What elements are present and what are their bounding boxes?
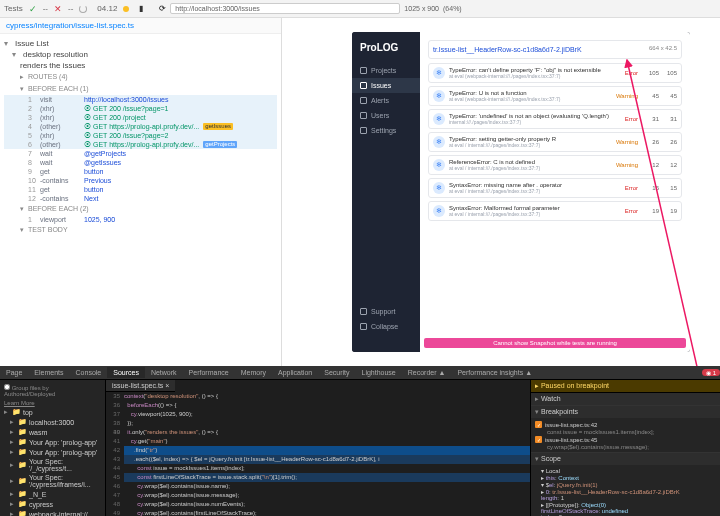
cmd-name[interactable]: wait xyxy=(40,159,80,166)
devtools-tab-security[interactable]: Security xyxy=(318,367,355,378)
issue-row[interactable]: ❄SyntaxError: Malformed formal parameter… xyxy=(428,201,682,221)
nav-settings[interactable]: Settings xyxy=(352,123,420,138)
file-tree-item[interactable]: 📁 webpack-internal:// xyxy=(2,509,103,516)
devtools-tab-elements[interactable]: Elements xyxy=(28,367,69,378)
test-name[interactable]: renders the issues xyxy=(20,61,85,70)
nav-alerts[interactable]: Alerts xyxy=(352,93,420,108)
nav-users[interactable]: Users xyxy=(352,108,420,123)
cmd-value: ⦿ GET https://prolog-api.profy.dev/... xyxy=(84,141,199,148)
cmd-name[interactable]: viewport xyxy=(40,216,80,223)
code-line[interactable]: 48 cy.wrap($el).contains(issue.numEvents… xyxy=(124,500,530,509)
cmd-name[interactable]: -contains xyxy=(40,177,80,184)
file-tree-item[interactable]: 📁 top xyxy=(2,407,103,417)
source-file-tab[interactable]: issue-list.spec.ts × xyxy=(106,380,175,392)
breakpoint-item[interactable]: ✓issue-list.spec.ts:45 xyxy=(535,435,716,444)
nav-collapse[interactable]: Collapse xyxy=(352,319,420,334)
code-line[interactable]: 43 .each(($el, index) => { $el = jQuery.… xyxy=(124,455,530,464)
learn-more-link[interactable]: Learn More xyxy=(2,399,103,407)
command-log: ▾Issue List ▾desktop resolution renders … xyxy=(0,34,281,366)
devtools-tab-network[interactable]: Network xyxy=(145,367,183,378)
issue-icon: ❄ xyxy=(433,136,445,148)
scope-line[interactable]: ▾ Local xyxy=(535,467,716,474)
scope-section[interactable]: Scope xyxy=(531,453,720,465)
devtools-tab-page[interactable]: Page xyxy=(0,367,28,378)
file-tree-item[interactable]: 📁 Your Spec: '/cypress/iframes/i... xyxy=(2,473,103,489)
cmd-name[interactable]: (other) xyxy=(40,141,80,148)
cmd-value: ⦿ GET 200 /issue?page=1 xyxy=(84,105,169,112)
user-count: 45 xyxy=(663,93,677,99)
code-line[interactable]: 47 cy.wrap($el).contains(issue.message); xyxy=(124,491,530,500)
suite-name[interactable]: Issue List xyxy=(15,39,49,48)
before-each-2[interactable]: BEFORE EACH (2) xyxy=(28,205,89,212)
bp-checkbox[interactable]: ✓ xyxy=(535,436,542,443)
devtools-tab-console[interactable]: Console xyxy=(70,367,108,378)
file-tree-item[interactable]: 📁 localhost:3000 xyxy=(2,417,103,427)
group-files-checkbox[interactable] xyxy=(4,384,10,390)
file-tree-item[interactable]: 📁 _N_E xyxy=(2,489,103,499)
test-body-section[interactable]: TEST BODY xyxy=(28,226,68,233)
issue-row[interactable]: ❄TypeError: setting getter-only property… xyxy=(428,132,682,152)
code-line[interactable]: 44 const issue = mockIssues1.items[index… xyxy=(124,464,530,473)
nav-support[interactable]: Support xyxy=(352,304,420,319)
issue-row[interactable]: ❄ReferenceError: C is not definedat eval… xyxy=(428,155,682,175)
watch-section[interactable]: Watch xyxy=(531,393,720,405)
table-header-row[interactable]: tr.Issue-list__HeaderRow-sc-c1d8a6d7-2.j… xyxy=(428,40,682,59)
issue-row[interactable]: ❄TypeError: can't define property 'F': "… xyxy=(428,63,682,83)
nav-projects[interactable]: Projects xyxy=(352,63,420,78)
url-input[interactable]: http://localhost:3000/issues xyxy=(170,3,400,14)
error-count[interactable]: ◉ 1 xyxy=(702,369,720,376)
code-line[interactable]: 42 .find("tr") xyxy=(124,446,530,455)
code-line[interactable]: 38 }); xyxy=(124,419,530,428)
paused-banner: ▸ Paused on breakpoint xyxy=(531,380,720,393)
code-line[interactable]: 41 cy.get("main") xyxy=(124,437,530,446)
issue-row[interactable]: ❄TypeError: 'undefined' is not an object… xyxy=(428,109,682,129)
file-tree-item[interactable]: 📁 Your App: 'prolog-app' xyxy=(2,447,103,457)
before-each-1[interactable]: BEFORE EACH (1) xyxy=(28,85,89,92)
devtools-tab-recorder[interactable]: Recorder ▲ xyxy=(402,367,452,378)
devtools-tab-sources[interactable]: Sources xyxy=(107,367,145,378)
file-tree-item[interactable]: 📁 Your App: 'prolog-app' xyxy=(2,437,103,447)
context-name[interactable]: desktop resolution xyxy=(23,50,88,59)
routes-section[interactable]: ROUTES (4) xyxy=(28,73,68,80)
nav-icon xyxy=(360,82,367,89)
cmd-name[interactable]: (xhr) xyxy=(40,114,80,121)
code-line[interactable]: 37 cy.viewport(1025, 900); xyxy=(124,410,530,419)
cmd-name[interactable]: -contains xyxy=(40,195,80,202)
pause-icon[interactable]: ▮ xyxy=(139,4,143,13)
breakpoints-section[interactable]: Breakpoints xyxy=(531,406,720,418)
code-line[interactable]: 36 beforeEach(() => { xyxy=(124,401,530,410)
scope-line[interactable]: ▸ [[Prototype]]: Object(0) xyxy=(535,501,716,508)
cmd-name[interactable]: get xyxy=(40,168,80,175)
devtools-tab-performance[interactable]: Performance insights ▲ xyxy=(451,367,538,378)
cmd-value: Next xyxy=(84,195,98,202)
scope-line[interactable]: ▾ $el: jQuery.fn.init(1) xyxy=(535,481,716,488)
devtools-tab-lighthouse[interactable]: Lighthouse xyxy=(356,367,402,378)
cmd-name[interactable]: get xyxy=(40,186,80,193)
devtools-tab-application[interactable]: Application xyxy=(272,367,318,378)
cmd-name[interactable]: (xhr) xyxy=(40,105,80,112)
devtools-tab-memory[interactable]: Memory xyxy=(235,367,272,378)
cmd-name[interactable]: (other) xyxy=(40,123,80,130)
tests-label[interactable]: Tests xyxy=(4,4,23,13)
bp-checkbox[interactable]: ✓ xyxy=(535,421,542,428)
file-tree-item[interactable]: 📁 cypress xyxy=(2,499,103,509)
code-line[interactable]: 46 cy.wrap($el).contains(issue.name); xyxy=(124,482,530,491)
cmd-name[interactable]: wait xyxy=(40,150,80,157)
nav-issues[interactable]: Issues xyxy=(352,78,420,93)
issue-row[interactable]: ❄SyntaxError: missing name after . opera… xyxy=(428,178,682,198)
scope-line[interactable]: ▸ 0: tr.Issue-list__HeaderRow-sc-c1d8a6d… xyxy=(535,488,716,495)
issue-row[interactable]: ❄TypeError: U is not a functionat eval (… xyxy=(428,86,682,106)
devtools-tab-performance[interactable]: Performance xyxy=(183,367,235,378)
scope-line[interactable]: ▸ this: Context xyxy=(535,474,716,481)
cmd-name[interactable]: visit xyxy=(40,96,80,103)
code-line[interactable]: 40 it.only("renders the issues", () => { xyxy=(124,428,530,437)
breakpoint-item[interactable]: ✓issue-list.spec.ts:42 xyxy=(535,420,716,429)
file-tree-item[interactable]: 📁 Your Spec: '/_/cypress/t... xyxy=(2,457,103,473)
reload-icon[interactable]: ⟳ xyxy=(159,4,166,13)
code-line[interactable]: 35context("desktop resolution", () => { xyxy=(124,392,530,401)
cmd-name[interactable]: (xhr) xyxy=(40,132,80,139)
code-line[interactable]: 45 const firstLineOfStackTrace = issue.s… xyxy=(124,473,530,482)
spec-file-path[interactable]: cypress/integration/issue-list.spec.ts xyxy=(0,18,281,34)
code-line[interactable]: 49 cy.wrap($el).contains(firstLineOfStac… xyxy=(124,509,530,516)
file-tree-item[interactable]: 📁 wasm xyxy=(2,427,103,437)
